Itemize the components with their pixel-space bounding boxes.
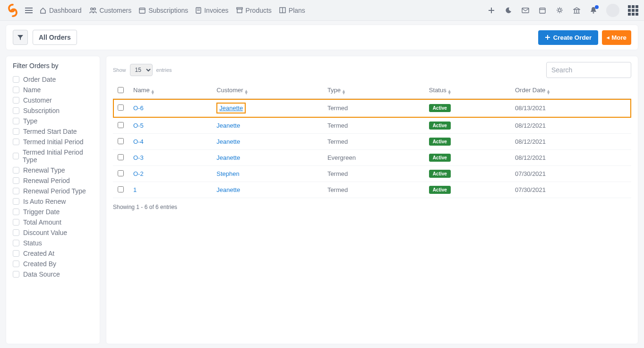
filter-item[interactable]: Order Date [13,74,93,85]
filter-item[interactable]: Customer [13,95,93,105]
filter-item[interactable]: Trigger Date [13,207,93,217]
more-button[interactable]: ◂ More [602,30,631,45]
customer-link[interactable]: Jeanette [219,104,243,112]
avatar[interactable] [606,4,619,17]
row-checkbox[interactable] [118,170,124,176]
column-customer[interactable]: Customer▲▼ [212,83,323,99]
row-checkbox[interactable] [118,122,124,128]
cell-type: Termed [323,166,424,182]
customer-link[interactable]: Jeanette [216,122,240,129]
filter-item[interactable]: Discount Value [13,227,93,238]
filter-checkbox[interactable] [13,271,19,278]
nav-label: Dashboard [49,7,82,14]
nav-item-invoices[interactable]: Invoices [196,7,228,14]
filter-item[interactable]: Type [13,116,93,126]
bank-icon[interactable] [572,6,581,15]
filter-item[interactable]: Renewal Period [13,175,93,186]
order-link[interactable]: O-5 [133,122,144,129]
menu-icon[interactable] [25,6,33,15]
filter-checkbox[interactable] [13,128,19,135]
all-orders-button[interactable]: All Orders [33,30,77,45]
filter-item[interactable]: Renewal Type [13,165,93,175]
customer-link[interactable]: Stephen [216,170,239,177]
filter-toggle-button[interactable] [13,30,28,45]
filter-checkbox[interactable] [13,261,19,267]
nav-item-customers[interactable]: Customers [89,7,132,14]
plus-icon[interactable] [487,6,496,15]
filter-list: Order DateNameCustomerSubscriptionTypeTe… [13,74,93,279]
column-name[interactable]: Name▲▼ [129,83,212,99]
order-link[interactable]: O-3 [133,154,144,161]
mail-icon[interactable] [521,6,530,15]
cell-customer: Jeanette [212,134,323,150]
filter-checkbox[interactable] [13,139,19,145]
nav-item-dashboard[interactable]: Dashboard [40,7,82,14]
order-link[interactable]: O-2 [133,170,144,177]
status-badge: Active [429,186,451,194]
customer-link[interactable]: Jeanette [216,186,240,193]
select-all-checkbox[interactable] [118,87,124,93]
brand-logo[interactable] [6,3,20,17]
customer-link[interactable]: Jeanette [216,154,240,161]
cell-status: Active [424,182,510,198]
filter-checkbox[interactable] [13,97,19,104]
filter-checkbox[interactable] [13,188,19,194]
filter-checkbox[interactable] [13,118,19,124]
bell-icon[interactable] [589,6,598,15]
gear-icon[interactable] [555,6,564,15]
nav-item-subscriptions[interactable]: Subscriptions [139,7,188,14]
filter-item[interactable]: Created At [13,248,93,259]
row-checkbox[interactable] [118,104,124,111]
create-order-button[interactable]: Create Order [538,30,599,45]
table-row: O-3JeanetteEvergreenActive08/12/2021 [113,150,631,166]
filter-item[interactable]: Subscription [13,105,93,116]
filter-checkbox[interactable] [13,177,19,184]
filter-item[interactable]: Termed Start Date [13,126,93,137]
order-link[interactable]: O-4 [133,138,144,145]
show-label: Show [113,67,126,73]
filter-checkbox[interactable] [13,240,19,246]
filter-item[interactable]: Termed Initial Period Type [13,147,93,165]
filter-item[interactable]: Renewal Period Type [13,186,93,196]
page-size-select[interactable]: 15 [130,64,153,76]
order-link[interactable]: O-6 [133,104,144,112]
filter-checkbox[interactable] [13,153,19,159]
customer-link[interactable]: Jeanette [216,138,240,145]
filter-checkbox[interactable] [13,229,19,236]
cell-name: O-4 [129,134,212,150]
nav-item-products[interactable]: Products [236,7,272,14]
row-checkbox[interactable] [118,154,124,160]
calendar-small-icon[interactable] [538,6,547,15]
nav-item-plans[interactable]: Plans [279,7,305,14]
filter-checkbox[interactable] [13,107,19,114]
filter-checkbox[interactable] [13,219,19,226]
filter-checkbox[interactable] [13,167,19,174]
apps-icon[interactable] [628,5,638,16]
filter-checkbox[interactable] [13,198,19,205]
column-order-date[interactable]: Order Date▲▼ [510,83,631,99]
filter-item[interactable]: Data Source [13,269,93,279]
column-type[interactable]: Type▲▼ [323,83,424,99]
cell-customer: Jeanette [212,99,323,118]
filter-item[interactable]: Created By [13,259,93,269]
nav-items: Dashboard Customers Subscriptions Invoic… [40,7,305,14]
moon-icon[interactable] [504,6,513,15]
filter-item[interactable]: Is Auto Renew [13,196,93,207]
table-row: 1JeanetteTermedActive07/30/2021 [113,182,631,198]
filter-item[interactable]: Name [13,85,93,95]
filter-checkbox[interactable] [13,87,19,93]
filter-item[interactable]: Termed Initial Period [13,137,93,147]
row-checkbox[interactable] [118,138,124,144]
filter-item[interactable]: Status [13,238,93,248]
filter-checkbox[interactable] [13,209,19,215]
filter-checkbox[interactable] [13,76,19,83]
order-link[interactable]: 1 [133,186,137,193]
filter-checkbox[interactable] [13,250,19,257]
filter-item[interactable]: Total Amount [13,217,93,227]
cell-name: O-6 [129,99,212,118]
sort-icon: ▲▼ [546,90,550,95]
search-input[interactable] [546,62,631,78]
row-checkbox[interactable] [118,186,124,192]
column-status[interactable]: Status▲▼ [424,83,510,99]
all-orders-label: All Orders [39,34,71,41]
